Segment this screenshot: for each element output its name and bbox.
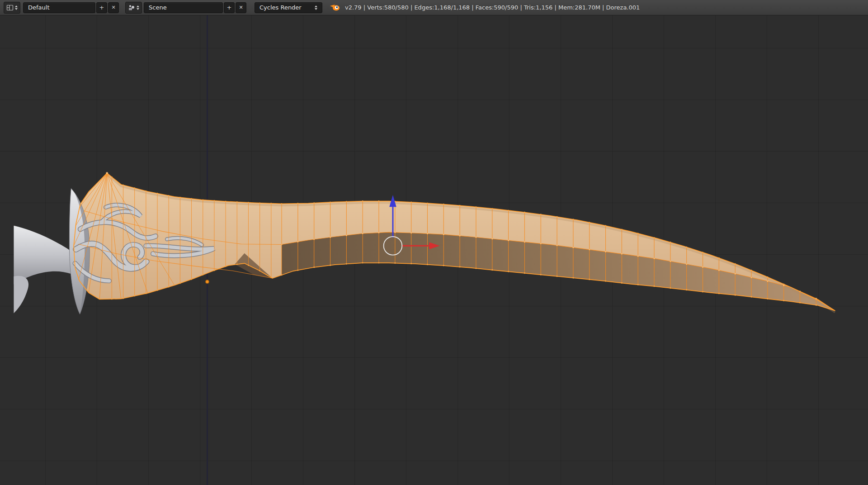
pommel-flare[interactable] [14,276,28,314]
blender-logo-icon [330,3,340,12]
add-screen-layout-button[interactable]: + [96,2,107,13]
updown-arrows-icon [137,5,139,10]
screen-layout-field[interactable]: Default [23,2,95,13]
viewport-canvas[interactable] [0,15,868,485]
handle-grip[interactable] [14,226,71,285]
3d-viewport[interactable] [0,15,868,485]
editor-type-icon [6,4,14,11]
scene-icon [128,4,135,11]
delete-scene-button[interactable]: ✕ [236,2,246,13]
object-origin-dot [206,280,209,284]
updown-arrows-icon [15,5,18,10]
render-engine-selector[interactable]: Cycles Render [255,2,322,13]
dropdown-arrows-icon [315,5,317,10]
info-header: Default + ✕ Scene + ✕ Cycles Render v2.7… [0,0,868,15]
editor-type-selector[interactable] [4,2,20,14]
scene-field[interactable]: Scene [144,2,223,13]
scene-browse-button[interactable] [125,2,142,14]
add-scene-button[interactable]: + [224,2,235,13]
render-engine-value: Cycles Render [259,4,302,11]
delete-screen-layout-button[interactable]: ✕ [108,2,119,13]
screen-layout-value: Default [28,4,50,11]
scene-value: Scene [149,4,167,11]
blade-mesh[interactable] [74,173,835,313]
status-stats: v2.79 | Verts:580/580 | Edges:1,168/1,16… [345,4,640,11]
